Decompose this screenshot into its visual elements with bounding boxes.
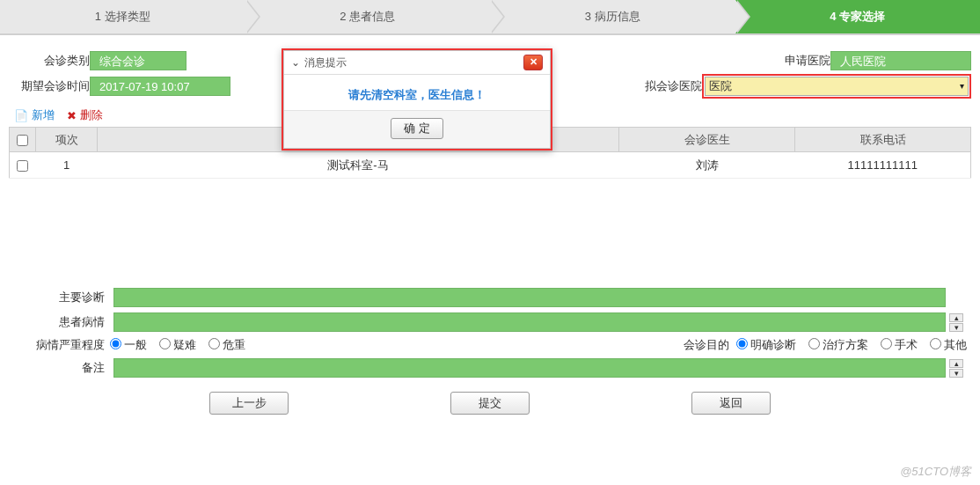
main-diagnosis-input[interactable] bbox=[113, 288, 946, 307]
scroll-down-icon[interactable]: ▾ bbox=[949, 323, 963, 332]
step-4[interactable]: 4 专家选择 bbox=[735, 0, 981, 33]
target-hospital-label: 拟会诊医院 bbox=[621, 78, 702, 94]
scroll-down-icon[interactable]: ▾ bbox=[949, 369, 963, 378]
back-button[interactable]: 返回 bbox=[691, 392, 771, 415]
goal-option-label: 明确诊断 bbox=[750, 338, 796, 351]
cell-index: 1 bbox=[36, 152, 98, 179]
main-diagnosis-label: 主要诊断 bbox=[13, 290, 110, 305]
note-add-icon: 📄 bbox=[14, 109, 28, 122]
goal-option-label: 其他 bbox=[944, 338, 967, 351]
target-hospital-select[interactable]: 医院 ▾ bbox=[705, 77, 969, 96]
chevron-down-icon: ▾ bbox=[960, 77, 964, 95]
patient-condition-input[interactable] bbox=[113, 312, 946, 332]
severity-option-label: 危重 bbox=[223, 338, 245, 351]
goal-option-label: 治疗方案 bbox=[823, 338, 868, 351]
step-1[interactable]: 1 选择类型 bbox=[0, 0, 245, 33]
add-button-label: 新增 bbox=[32, 107, 55, 123]
scroll-up-icon[interactable]: ▴ bbox=[949, 359, 963, 368]
goal-option-surgery[interactable]: 手术 bbox=[881, 337, 918, 353]
note-input[interactable] bbox=[113, 358, 946, 378]
header-phone: 联系电话 bbox=[795, 128, 971, 152]
goal-label: 会诊目的 bbox=[455, 337, 736, 353]
cell-doctor: 刘涛 bbox=[619, 152, 795, 179]
patient-condition-label: 患者病情 bbox=[13, 314, 110, 330]
table-row[interactable]: 1 测试科室-马 刘涛 11111111111 bbox=[10, 152, 971, 179]
apply-hospital-value: 人民医院 bbox=[830, 51, 971, 70]
note-label: 备注 bbox=[13, 360, 110, 376]
cell-dept: 测试科室-马 bbox=[98, 152, 619, 179]
dialog-title-text: 消息提示 bbox=[304, 55, 347, 70]
dialog-ok-button[interactable]: 确 定 bbox=[391, 118, 443, 139]
header-doctor: 会诊医生 bbox=[619, 128, 795, 152]
row-checkbox[interactable] bbox=[17, 160, 28, 172]
delete-button[interactable]: ✖ 删除 bbox=[67, 107, 103, 123]
cross-icon: ✖ bbox=[67, 109, 77, 122]
goal-option-diagnosis[interactable]: 明确诊断 bbox=[736, 337, 796, 353]
severity-option-label: 疑难 bbox=[173, 338, 196, 351]
goal-option-label: 手术 bbox=[895, 338, 918, 351]
add-button[interactable]: 📄 新增 bbox=[14, 107, 55, 123]
cell-phone: 11111111111 bbox=[795, 152, 971, 179]
submit-button[interactable]: 提交 bbox=[450, 392, 530, 415]
step-3[interactable]: 3 病历信息 bbox=[490, 0, 735, 33]
severity-option-difficult[interactable]: 疑难 bbox=[159, 337, 196, 353]
step-2[interactable]: 2 患者信息 bbox=[245, 0, 491, 33]
scroll-up-icon[interactable]: ▴ bbox=[949, 313, 963, 322]
header-checkbox-cell bbox=[10, 128, 36, 152]
goal-option-treatment[interactable]: 治疗方案 bbox=[808, 337, 868, 353]
consult-type-label: 会诊类别 bbox=[9, 53, 90, 69]
watermark-text: @51CTO博客 bbox=[900, 464, 971, 480]
apply-hospital-label: 申请医院 bbox=[750, 53, 830, 69]
severity-option-critical[interactable]: 危重 bbox=[208, 337, 245, 353]
header-index: 项次 bbox=[36, 128, 98, 152]
target-hospital-highlight: 医院 ▾ bbox=[702, 74, 971, 99]
collapse-icon[interactable]: ⌄ bbox=[291, 56, 300, 69]
step-wizard: 1 选择类型 2 患者信息 3 病历信息 4 专家选择 bbox=[0, 0, 980, 35]
severity-option-label: 一般 bbox=[124, 338, 147, 351]
expect-time-label: 期望会诊时间 bbox=[9, 78, 90, 94]
goal-option-other[interactable]: 其他 bbox=[930, 337, 967, 353]
dialog-message: 请先清空科室，医生信息！ bbox=[284, 75, 550, 111]
close-icon[interactable]: ✕ bbox=[523, 55, 543, 70]
severity-label: 病情严重程度 bbox=[13, 337, 110, 353]
select-all-checkbox[interactable] bbox=[17, 135, 28, 146]
delete-button-label: 删除 bbox=[80, 107, 103, 123]
severity-option-general[interactable]: 一般 bbox=[110, 337, 147, 353]
target-hospital-value: 医院 bbox=[709, 77, 732, 95]
consult-type-value: 综合会诊 bbox=[90, 51, 186, 70]
expect-time-value: 2017-07-19 10:07 bbox=[90, 77, 230, 96]
message-dialog: ⌄ 消息提示 ✕ 请先清空科室，医生信息！ 确 定 bbox=[282, 48, 552, 151]
prev-button[interactable]: 上一步 bbox=[209, 392, 289, 415]
